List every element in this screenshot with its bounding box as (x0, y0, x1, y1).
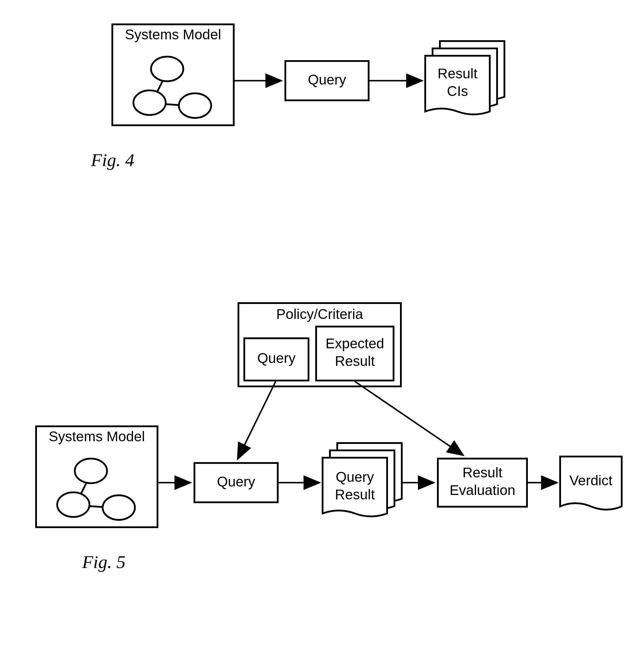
fig4-caption: Fig. 4 (91, 149, 134, 170)
fig5-query-result-line2: Result (323, 487, 387, 503)
fig4-result-line2: CIs (425, 84, 490, 99)
fig5-systems-model-title: Systems Model (35, 429, 158, 444)
fig5-query-label: Query (193, 474, 279, 490)
fig5-policy-expected-line1: Expected (315, 336, 395, 351)
fig5-result-evaluation-line1: Result (437, 465, 528, 481)
svg-line-17 (355, 381, 463, 456)
fig4-systems-model-title: Systems Model (111, 27, 235, 43)
fig5-caption: Fig. 5 (82, 552, 126, 572)
fig5-query-result-line1: Query (323, 469, 387, 485)
fig5-policy-query-label: Query (243, 351, 309, 366)
fig5-policy-title: Policy/Criteria (237, 307, 402, 322)
fig4-result-line1: Result (425, 66, 490, 82)
fig5-policy-expected-line2: Result (315, 353, 395, 369)
svg-line-16 (237, 381, 276, 459)
diagram-canvas: Systems Model Query Result CIs (0, 0, 644, 649)
fig5-verdict-label: Verdict (560, 473, 622, 488)
fig4-query-label: Query (284, 72, 369, 88)
fig5-result-evaluation-line2: Evaluation (437, 483, 528, 498)
